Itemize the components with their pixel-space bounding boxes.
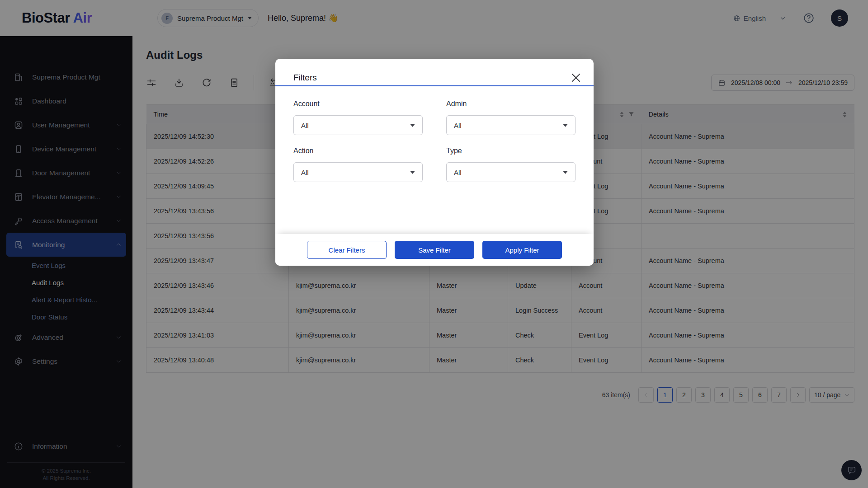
filter-field-account: Account All [293, 100, 423, 135]
apply-filter-button[interactable]: Apply Filter [482, 241, 562, 259]
type-select[interactable]: All [446, 162, 576, 182]
filter-field-action: Action All [293, 147, 423, 182]
app-root: BioStar Air F Suprema Product Mgt Hello,… [0, 0, 868, 488]
filter-field-admin: Admin All [446, 100, 576, 135]
filter-field-type: Type All [446, 147, 576, 182]
save-filter-button[interactable]: Save Filter [395, 241, 474, 259]
caret-down-icon [410, 171, 415, 174]
caret-down-icon [563, 124, 568, 127]
clear-filters-button[interactable]: Clear Filters [307, 241, 387, 259]
modal-footer: Clear Filters Save Filter Apply Filter [275, 234, 594, 266]
modal-body: Account All Admin All Action All [275, 86, 594, 182]
close-button[interactable] [569, 70, 584, 85]
action-select[interactable]: All [293, 162, 423, 182]
modal-header: Filters [275, 59, 594, 86]
admin-select[interactable]: All [446, 115, 576, 135]
modal-title: Filters [293, 73, 317, 83]
caret-down-icon [563, 171, 568, 174]
caret-down-icon [410, 124, 415, 127]
filters-modal: Filters Account All Admin All [275, 59, 594, 266]
close-icon [569, 71, 583, 84]
account-select[interactable]: All [293, 115, 423, 135]
